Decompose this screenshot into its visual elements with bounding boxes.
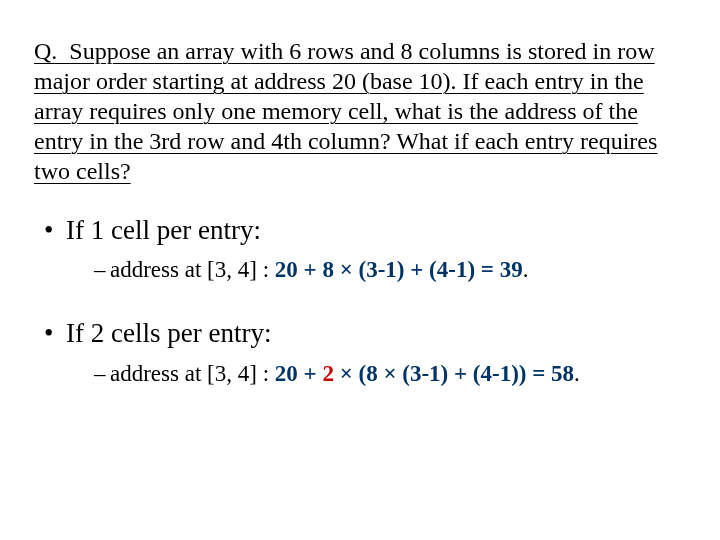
slide: Q. Suppose an array with 6 rows and 8 co…: [0, 0, 720, 540]
question-text: Q. Suppose an array with 6 rows and 8 co…: [34, 36, 686, 186]
dash-marker: –: [94, 254, 110, 285]
bullet-1: •If 1 cell per entry:: [44, 212, 686, 248]
bullet-2-sub: –address at [3, 4] : 20 + 2 × (8 × (3-1)…: [94, 358, 686, 389]
bullet-1-title: If 1 cell per entry:: [66, 215, 261, 245]
bullet-1-sub: –address at [3, 4] : 20 + 8 × (3-1) + (4…: [94, 254, 686, 285]
bullet-2-suffix: .: [574, 361, 580, 386]
bullet-2-title: If 2 cells per entry:: [66, 318, 271, 348]
bullet-2-formula-part3: × (8 × (3-1) + (4-1)) = 58: [334, 361, 574, 386]
bullet-2-formula-part1: 20 +: [275, 361, 323, 386]
bullet-1-formula: 20 + 8 × (3-1) + (4-1) = 39: [275, 257, 523, 282]
bullet-1-sub-prefix: address at [3, 4] :: [110, 257, 275, 282]
bullet-2: •If 2 cells per entry:: [44, 315, 686, 351]
bullet-block-2: •If 2 cells per entry: –address at [3, 4…: [44, 315, 686, 388]
bullet-block-1: •If 1 cell per entry: –address at [3, 4]…: [44, 212, 686, 285]
bullet-1-suffix: .: [523, 257, 529, 282]
dash-marker: –: [94, 358, 110, 389]
bullet-2-sub-prefix: address at [3, 4] :: [110, 361, 275, 386]
bullet-marker: •: [44, 212, 66, 248]
bullet-marker: •: [44, 315, 66, 351]
bullet-2-formula-red: 2: [322, 361, 334, 386]
